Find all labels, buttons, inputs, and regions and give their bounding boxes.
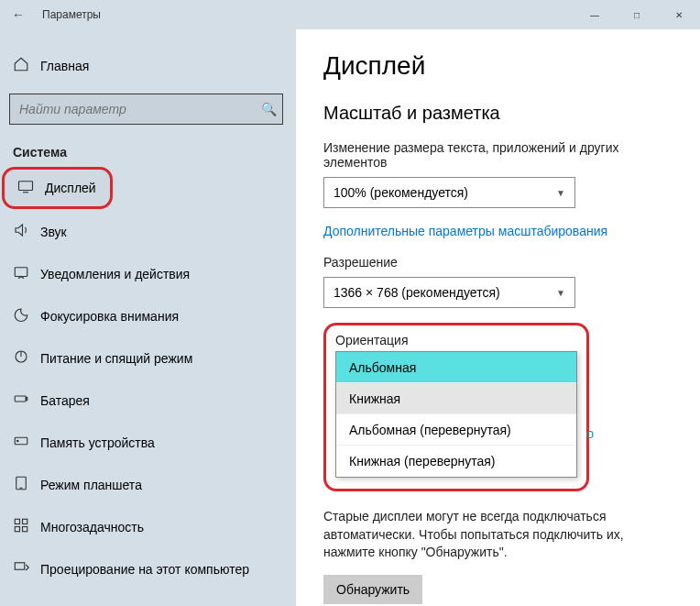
scale-label: Изменение размера текста, приложений и д…	[323, 140, 682, 170]
titlebar: ← Параметры ― □ ✕	[0, 0, 700, 29]
search-icon: 🔍	[255, 102, 282, 116]
orientation-dropdown[interactable]: Альбомная Книжная Альбомная (перевернута…	[335, 351, 577, 478]
scale-value: 100% (рекомендуется)	[334, 185, 468, 200]
orientation-option-landscape-flipped[interactable]: Альбомная (перевернутая)	[336, 414, 576, 446]
sidebar-item-projecting[interactable]: Проецирование на этот компьютер	[0, 548, 296, 590]
orientation-label: Ориентация	[335, 333, 577, 347]
focus-icon	[13, 306, 40, 326]
notifications-icon	[13, 264, 40, 284]
orientation-option-landscape[interactable]: Альбомная	[336, 352, 576, 383]
multitasking-icon	[13, 517, 40, 537]
svg-point-8	[17, 440, 19, 442]
resolution-select[interactable]: 1366 × 768 (рекомендуется) ▼	[323, 277, 575, 308]
power-icon	[13, 348, 40, 369]
svg-rect-14	[23, 527, 27, 532]
svg-rect-15	[15, 563, 25, 570]
projecting-icon	[13, 559, 40, 579]
search-field[interactable]	[10, 102, 255, 116]
sidebar-item-multitasking[interactable]: Многозадачность	[0, 506, 296, 548]
svg-rect-6	[26, 398, 27, 401]
page-title: Дисплей	[323, 51, 682, 81]
minimize-button[interactable]: ―	[574, 0, 616, 29]
sidebar-item-label: Многозадачность	[40, 520, 144, 534]
scale-section-heading: Масштаб и разметка	[323, 103, 682, 124]
sidebar-item-battery[interactable]: Батарея	[0, 380, 296, 422]
sidebar-item-label: Память устройства	[40, 435, 155, 450]
sidebar-item-label: Режим планшета	[40, 478, 142, 492]
resolution-value: 1366 × 768 (рекомендуется)	[334, 285, 500, 300]
display-icon	[17, 178, 45, 198]
scale-select[interactable]: 100% (рекомендуется) ▼	[323, 177, 575, 208]
sidebar-item-label: Проецирование на этот компьютер	[40, 562, 249, 577]
orientation-option-portrait[interactable]: Книжная	[336, 383, 576, 414]
sidebar-item-label: Звук	[40, 225, 67, 239]
sidebar-item-power[interactable]: Питание и спящий режим	[0, 337, 296, 380]
sidebar-item-display[interactable]: Дисплей	[2, 167, 113, 209]
sidebar-item-label: Уведомления и действия	[40, 267, 190, 281]
sidebar: Главная 🔍 Система Дисплей Звук У	[0, 29, 296, 606]
sound-icon	[13, 222, 40, 242]
sidebar-item-focus[interactable]: Фокусировка внимания	[0, 295, 296, 337]
orientation-option-portrait-flipped[interactable]: Книжная (перевернутая)	[336, 446, 576, 477]
orientation-group-highlight: Ориентация Альбомная Книжная Альбомная (…	[323, 323, 589, 491]
sidebar-item-label: Фокусировка внимания	[40, 309, 179, 324]
sidebar-item-label: Питание и спящий режим	[40, 351, 192, 366]
close-button[interactable]: ✕	[658, 0, 700, 29]
svg-rect-0	[19, 182, 33, 191]
svg-rect-11	[15, 519, 19, 523]
sidebar-item-label: Батарея	[40, 393, 90, 408]
advanced-scaling-link[interactable]: Дополнительные параметры масштабирования	[323, 224, 607, 238]
back-button[interactable]: ←	[0, 7, 37, 22]
sidebar-item-label: Дисплей	[45, 181, 96, 195]
detect-note: Старые дисплеи могут не всегда подключат…	[323, 508, 672, 562]
storage-icon	[13, 433, 40, 453]
chevron-down-icon: ▼	[556, 288, 565, 298]
sidebar-item-sound[interactable]: Звук	[0, 211, 296, 253]
tablet-icon	[13, 475, 40, 495]
sidebar-item-notifications[interactable]: Уведомления и действия	[0, 253, 296, 295]
sidebar-item-tablet[interactable]: Режим планшета	[0, 464, 296, 506]
svg-rect-12	[23, 519, 27, 523]
window-title: Параметры	[37, 8, 574, 21]
section-header: Система	[0, 134, 296, 165]
home-label: Главная	[40, 59, 89, 73]
chevron-down-icon: ▼	[556, 188, 565, 198]
resolution-label: Разрешение	[323, 255, 682, 270]
window-controls: ― □ ✕	[574, 0, 700, 29]
cut-off-text: о	[586, 426, 594, 441]
maximize-button[interactable]: □	[616, 0, 658, 29]
sidebar-item-storage[interactable]: Память устройства	[0, 422, 296, 464]
search-input[interactable]: 🔍	[9, 94, 283, 125]
svg-rect-5	[15, 396, 26, 402]
battery-icon	[13, 391, 40, 411]
svg-rect-2	[15, 268, 27, 277]
home-button[interactable]: Главная	[0, 48, 296, 84]
content-area: Дисплей Масштаб и разметка Изменение раз…	[296, 29, 700, 606]
detect-button[interactable]: Обнаружить	[323, 575, 422, 604]
home-icon	[13, 56, 40, 76]
svg-rect-13	[15, 527, 19, 532]
